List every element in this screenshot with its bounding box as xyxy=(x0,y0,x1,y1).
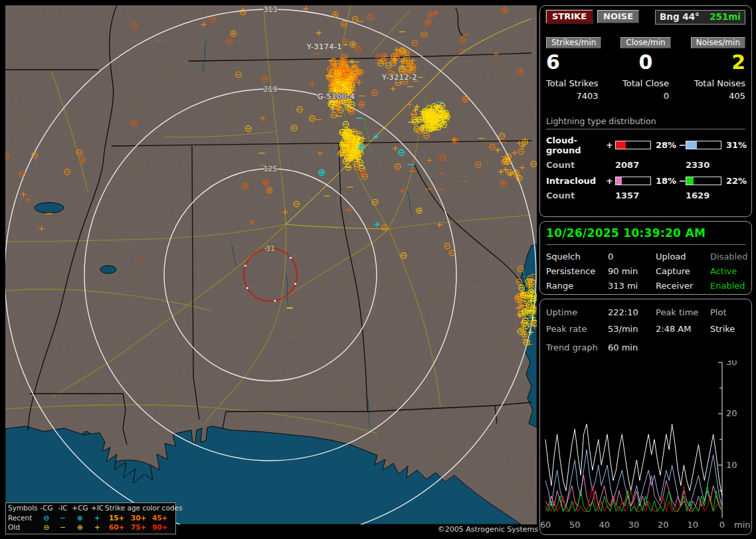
minus-sign: − xyxy=(679,140,686,150)
status-panel: 10/26/2025 10:39:20 AM Squelch 0 Upload … xyxy=(539,221,752,295)
copyright-text: ©2005 Astrogenic Systems xyxy=(432,525,538,534)
legend-header-pos-cg: +CG xyxy=(70,504,90,512)
circle-plus-icon: ⊕ xyxy=(70,524,90,531)
svg-text:30: 30 xyxy=(628,520,640,530)
svg-text:0: 0 xyxy=(719,520,725,530)
strikes-per-min-column: Strikes/min 6 Total Strikes 7403 xyxy=(546,37,607,101)
distance-value: 251mi xyxy=(709,11,741,23)
ic-plus-pct: 18% xyxy=(652,176,679,186)
close-per-min-value: 0 xyxy=(639,50,653,74)
plot-value: Strike xyxy=(710,324,745,334)
count-label: Count xyxy=(546,191,615,200)
legend-header-pos-ic: +IC xyxy=(90,504,105,512)
persistence-label: Persistence xyxy=(546,266,608,276)
upload-value: Disabled xyxy=(710,252,747,262)
uptime-label: Uptime xyxy=(546,307,608,317)
intracloud-count-row: Count 1357 1629 xyxy=(546,191,745,200)
svg-text:60: 60 xyxy=(541,520,551,530)
strike-mode-button[interactable]: STRIKE xyxy=(546,10,593,23)
legend-row-old-label: Old xyxy=(8,524,38,531)
peak-time-value: 2:48 AM xyxy=(656,324,710,334)
minus-icon: − xyxy=(55,514,70,522)
minus-sign: − xyxy=(679,176,686,186)
datetime-display: 10/26/2025 10:39:20 AM xyxy=(546,224,745,245)
peak-rate-value: 53/min xyxy=(608,324,656,334)
cloud-ground-count-row: Count 2087 2330 xyxy=(546,160,745,170)
plot-label: Plot xyxy=(710,307,745,317)
svg-text:50: 50 xyxy=(569,520,581,530)
range-value: 313 mi xyxy=(608,281,656,291)
persistence-value: 90 min xyxy=(608,266,656,276)
uptime-value: 222:10 xyxy=(608,307,656,317)
svg-text:20: 20 xyxy=(658,520,669,530)
close-per-min-column: Close/min 0 Total Close 0 xyxy=(615,37,676,101)
age-30: 30+ xyxy=(131,514,152,522)
nexstorm-app: { "header": { "strike_btn": "STRIKE", "n… xyxy=(0,0,756,539)
svg-text:31: 31 xyxy=(266,244,275,253)
cg-minus-count: 2330 xyxy=(686,160,745,170)
legend-header-neg-cg: -CG xyxy=(38,504,55,512)
noises-per-min-value: 2 xyxy=(731,50,745,74)
noise-mode-button[interactable]: NOISE xyxy=(597,10,639,23)
peak-rate-label: Peak rate xyxy=(546,324,608,334)
legend-header-age: Strike age color codes xyxy=(105,504,173,512)
bearing-value: Bng 44° xyxy=(660,11,700,23)
capture-value: Active xyxy=(710,266,747,276)
ic-minus-count: 1629 xyxy=(686,191,745,200)
squelch-value: 0 xyxy=(608,252,656,262)
strike-stats-panel: STRIKE NOISE Bng 44° 251mi Strikes/min 6… xyxy=(539,5,752,217)
age-75: 75+ xyxy=(131,524,152,531)
strikes-per-min-button[interactable]: Strikes/min xyxy=(546,37,601,48)
count-label: Count xyxy=(546,160,615,170)
lightning-map[interactable]: 31321912531Y-3174-1^Y-3212-2−G-5100-4 xyxy=(5,5,537,524)
legend-header-symbols: Symbols xyxy=(8,504,38,512)
cg-plus-count: 2087 xyxy=(615,160,686,170)
strikes-per-min-value: 6 xyxy=(546,50,560,74)
squelch-label: Squelch xyxy=(546,252,608,262)
intracloud-row: Intracloud + 18% − 22% xyxy=(546,176,745,186)
receiver-value: Enabled xyxy=(710,281,747,291)
trend-chart: 1020306050403020100min xyxy=(541,360,751,534)
minus-icon: − xyxy=(55,524,70,531)
trend-graph-label: Trend graph xyxy=(546,343,608,352)
svg-text:40: 40 xyxy=(599,520,610,530)
age-90: 90+ xyxy=(152,524,173,531)
bearing-readout: Bng 44° 251mi xyxy=(655,10,745,25)
symbol-legend: Symbols -CG -IC +CG +IC Strike age color… xyxy=(5,502,176,534)
age-60: 60+ xyxy=(109,524,131,531)
svg-text:10: 10 xyxy=(726,460,737,470)
capture-label: Capture xyxy=(656,266,710,276)
distribution-title: Lightning type distribution xyxy=(546,116,745,129)
noises-per-min-column: Noises/min 2 Total Noises 405 xyxy=(684,37,745,101)
cg-plus-bar xyxy=(615,141,651,149)
svg-text:313: 313 xyxy=(264,5,278,14)
circle-minus-icon: ⊖ xyxy=(38,514,55,522)
svg-text:G-5100-4: G-5100-4 xyxy=(318,92,355,101)
svg-text:Y-3212-2−: Y-3212-2− xyxy=(381,73,424,82)
total-close-value: 0 xyxy=(622,91,669,101)
svg-text:min: min xyxy=(734,520,751,530)
total-strikes-value: 7403 xyxy=(546,91,599,101)
range-label: Range xyxy=(546,281,608,291)
svg-text:20: 20 xyxy=(726,408,737,418)
total-strikes-label: Total Strikes xyxy=(546,78,599,88)
receiver-label: Receiver xyxy=(656,281,710,291)
circle-minus-icon: ⊖ xyxy=(38,524,55,531)
cloud-ground-row: Cloud-ground + 28% − 31% xyxy=(546,135,745,155)
peak-time-label: Peak time xyxy=(656,307,710,317)
map-canvas: 31321912531Y-3174-1^Y-3212-2−G-5100-4 xyxy=(5,5,537,524)
cloud-ground-label: Cloud-ground xyxy=(546,135,606,155)
close-per-min-button[interactable]: Close/min xyxy=(620,37,670,48)
legend-row-recent-label: Recent xyxy=(8,514,38,522)
total-noises-value: 405 xyxy=(694,91,745,101)
svg-text:219: 219 xyxy=(264,85,278,94)
plus-icon: + xyxy=(90,514,105,522)
plus-sign: + xyxy=(606,176,615,186)
legend-header-neg-ic: -IC xyxy=(55,504,70,512)
ic-plus-count: 1357 xyxy=(615,191,686,200)
ic-minus-bar xyxy=(686,177,721,185)
ic-plus-bar xyxy=(615,177,651,185)
svg-text:125: 125 xyxy=(264,165,278,173)
noises-per-min-button[interactable]: Noises/min xyxy=(691,37,745,48)
plus-sign: + xyxy=(606,140,615,150)
